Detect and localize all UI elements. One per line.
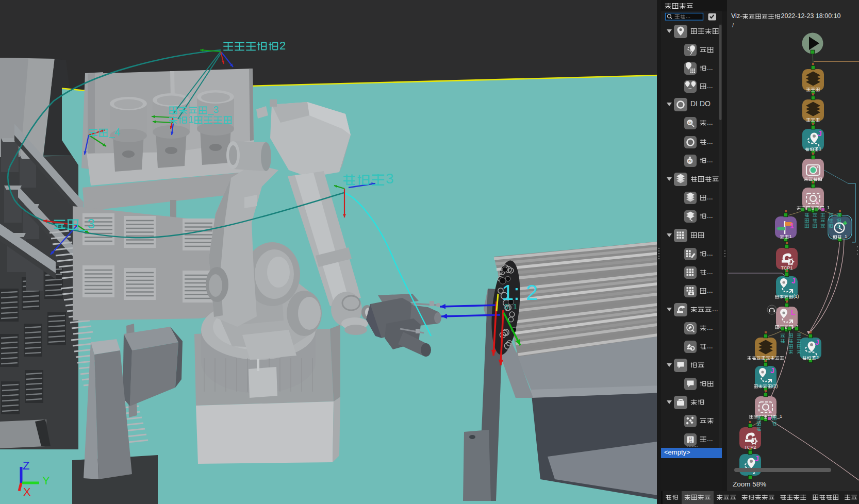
svg-text:DI: DI [688, 160, 691, 163]
svg-text:1: 1 [790, 222, 794, 230]
svg-text:2: 2 [816, 355, 819, 360]
svg-text:_4: _4 [108, 126, 120, 138]
svg-text:_3: _3 [79, 216, 95, 231]
svg-text:<empty>: <empty> [664, 448, 690, 456]
svg-text:...: ... [707, 211, 713, 220]
svg-text:TCP1: TCP1 [781, 265, 793, 271]
svg-text:...: ... [707, 63, 713, 72]
svg-text:DI DO: DI DO [690, 99, 711, 108]
svg-text:...: ... [707, 434, 713, 443]
svg-text:...: ... [686, 13, 690, 19]
svg-text:...: ... [712, 305, 718, 313]
svg-text:1: 1 [789, 234, 792, 239]
svg-text:2: 2 [279, 39, 286, 52]
svg-text:_3: _3 [207, 104, 219, 115]
svg-text:...: ... [707, 156, 713, 164]
svg-text:(1): (1) [794, 294, 799, 299]
svg-text:DI: DI [688, 121, 691, 124]
svg-text:J: J [815, 338, 819, 346]
svg-text:3: 3 [386, 171, 394, 187]
svg-text:Y: Y [42, 474, 50, 487]
svg-text:2022-12-23 18:00:10: 2022-12-23 18:00:10 [781, 12, 841, 20]
svg-text:1: 1 [819, 146, 821, 152]
svg-text:...: ... [707, 342, 713, 350]
svg-text:X: X [23, 485, 31, 498]
svg-text:Viz-: Viz- [731, 12, 742, 20]
svg-text:...: ... [707, 286, 713, 294]
svg-text:0. 1: 0. 1 [504, 302, 517, 311]
svg-text:J: J [770, 366, 774, 375]
svg-text:(2): (2) [772, 383, 778, 389]
svg-text:...: ... [707, 193, 713, 201]
svg-text:J: J [818, 129, 822, 138]
svg-text:...: ... [707, 118, 713, 126]
svg-text:1: 1 [188, 114, 194, 125]
svg-text:1: 2: 1: 2 [502, 280, 538, 305]
svg-text:_1: _1 [777, 414, 782, 419]
svg-text:J: J [755, 455, 759, 463]
svg-text:...: ... [707, 137, 713, 145]
svg-text:...: ... [707, 81, 713, 90]
svg-text:Zoom 58%: Zoom 58% [733, 480, 766, 488]
svg-text:J: J [791, 277, 796, 285]
svg-text:_1: _1 [841, 234, 847, 239]
svg-text:...: ... [707, 323, 713, 331]
svg-text:...: ... [707, 267, 713, 276]
svg-text:L: L [791, 308, 796, 316]
svg-text:Z: Z [23, 459, 29, 472]
svg-text:...: ... [707, 249, 713, 257]
svg-text:34: 34 [689, 440, 692, 443]
